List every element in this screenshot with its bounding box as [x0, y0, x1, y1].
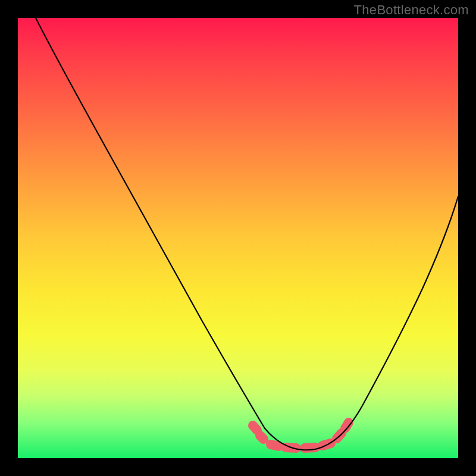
plot-gradient-background [18, 18, 458, 458]
watermark-text: TheBottleneck.com [354, 2, 469, 18]
valley-highlight-dashes [253, 422, 349, 448]
bottleneck-curve-svg [18, 18, 458, 458]
bottleneck-curve-path [36, 18, 458, 450]
chart-frame: TheBottleneck.com [0, 0, 476, 476]
